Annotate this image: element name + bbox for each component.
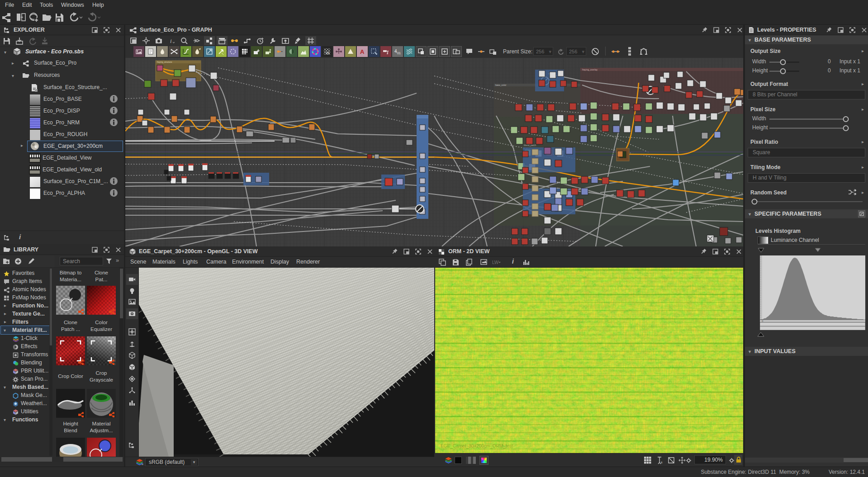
svg-text:A: A xyxy=(360,48,365,55)
svg-text:i: i xyxy=(170,38,172,44)
svg-text:01: 01 xyxy=(397,52,401,55)
svg-text:8: 8 xyxy=(661,461,663,464)
svg-text:LW: LW xyxy=(492,260,499,265)
svg-text:base_color: base_color xyxy=(495,84,507,86)
svg-text:fraying_overlay: fraying_overlay xyxy=(582,68,598,71)
svg-text:EGE_Carpet_30+200cm_ORM_test: EGE_Carpet_30+200cm_ORM_test xyxy=(441,444,513,449)
svg-text:fraying_structure: fraying_structure xyxy=(157,61,172,63)
svg-text:01: 01 xyxy=(326,52,330,55)
svg-text:blend_patch: blend_patch xyxy=(524,144,536,146)
